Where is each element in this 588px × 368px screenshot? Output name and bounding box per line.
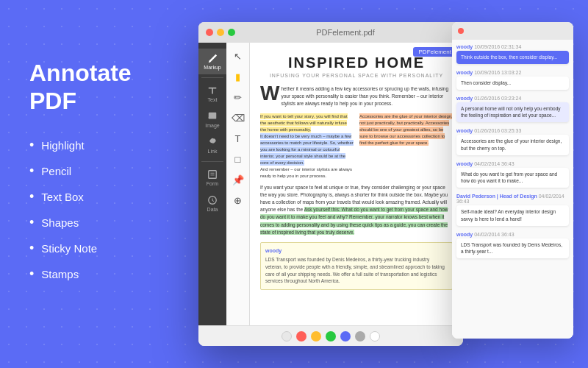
chat-bubble-5: What do you want to get from your space …: [456, 168, 569, 188]
chat-msg-meta-2: woody 10/09/2016 13:03:22: [456, 70, 569, 75]
chat-bubble-7: LDS Transport was founded by Denis Medei…: [456, 238, 569, 259]
color-toolbar: [198, 325, 463, 346]
chat-message-7: woody 04/02/2014 36:43 LDS Transport was…: [456, 232, 569, 259]
sidebar-tab-image-label: Image: [205, 123, 219, 128]
sidebar-tab-data-label: Data: [207, 207, 218, 212]
chat-panel: woody 10/09/2016 02:31:34 Think outside …: [452, 22, 573, 339]
feature-shapes: Shapes: [29, 215, 176, 230]
sticky-note-text: LDS Transport was founded by Denis Medei…: [265, 256, 448, 285]
chat-msg-meta-3: woody 01/26/2016 03:23:24: [456, 96, 569, 101]
sidebar-tab-link[interactable]: Link: [198, 132, 226, 158]
pdf-text-intro: hether it means adding a few key accesso…: [281, 86, 448, 106]
chat-message-1: woody 10/09/2016 02:31:34 Think outside …: [456, 44, 569, 64]
pdf-tag: PDFelement: [413, 47, 457, 57]
tool-sticky[interactable]: 📌: [229, 171, 247, 188]
tool-eraser[interactable]: ⌫: [229, 109, 247, 127]
chat-msg-meta-1: woody 10/09/2016 02:31:34: [456, 44, 569, 49]
chat-time-3: 01/26/2016 03:23:24: [474, 96, 521, 101]
color-none[interactable]: [282, 331, 292, 342]
feature-highlight: Highlight: [29, 138, 176, 153]
chat-msg-meta-5: woody 04/02/2014 36:43: [456, 161, 569, 166]
svg-rect-1: [209, 171, 217, 179]
pdf-window: PDFelement.pdf Markup Text Image Link: [198, 22, 463, 346]
color-red[interactable]: [296, 331, 306, 342]
sidebar-tab-data[interactable]: Data: [198, 191, 226, 216]
chat-message-4: woody 01/26/2016 03:25:33 Accessories ar…: [456, 128, 569, 155]
chat-messages[interactable]: woody 10/09/2016 02:31:34 Think outside …: [452, 40, 573, 339]
sidebar-tab-markup[interactable]: Markup: [198, 49, 226, 74]
chat-bubble-4: Accessories are the glue of your interio…: [456, 135, 569, 155]
chat-bubble-2: Then consider display...: [456, 77, 569, 90]
maximize-button[interactable]: [228, 29, 235, 36]
chat-message-3: woody 01/26/2016 03:23:24 A personal hom…: [456, 96, 569, 123]
highlight-yellow-1: If you want to tell your story, you will…: [260, 113, 348, 132]
window-controls: [206, 29, 235, 36]
tool-stamp[interactable]: ⊕: [229, 191, 247, 209]
chat-time-7: 04/02/2014 36:43: [474, 232, 514, 237]
pdf-paragraph-1: W hether it means adding a few key acces…: [260, 85, 453, 107]
chat-username-3: woody: [456, 96, 473, 101]
col-right: Accessories are the glue of your interio…: [359, 113, 453, 180]
chat-time-1: 10/09/2016 02:31:34: [474, 44, 521, 49]
sidebar-tab-form-label: Form: [207, 181, 218, 186]
chat-username-1: woody: [456, 44, 473, 49]
chat-username-5: woody: [456, 161, 473, 166]
color-yellow[interactable]: [311, 331, 321, 342]
tool-highlight[interactable]: ▮: [229, 68, 247, 85]
sidebar-tab-text-label: Text: [208, 97, 218, 102]
chat-bubble-3: A personal home will not only help you e…: [456, 102, 569, 123]
sidebar-tab-text[interactable]: Text: [198, 81, 226, 107]
drop-cap: W: [260, 85, 279, 102]
sticky-note: woody LDS Transport was founded by Denis…: [260, 242, 453, 291]
col-left: If you want to tell your story, you will…: [260, 113, 354, 180]
sidebar-divider2: [201, 161, 223, 162]
sidebar-tab-link-label: Link: [208, 149, 218, 154]
left-panel: Annotate PDF Highlight Pencil Text Box S…: [29, 59, 176, 292]
color-green[interactable]: [326, 331, 336, 342]
chat-msg-meta-6: David Pederson | Head of Design 04/02/20…: [456, 194, 569, 204]
chat-message-2: woody 10/09/2016 13:03:22 Then consider …: [456, 70, 569, 90]
highlight-blue-1: It doesn't need to be very much – maybe …: [260, 133, 354, 166]
chat-username-2: woody: [456, 70, 473, 75]
feature-list: Highlight Pencil Text Box Shapes Sticky …: [29, 138, 176, 282]
sidebar-tab-markup-label: Markup: [204, 65, 220, 70]
chat-msg-meta-4: woody 01/26/2016 03:25:33: [456, 128, 569, 133]
highlight-orange-1: Accessories are the glue of your interio…: [359, 113, 453, 146]
pdf-header: INSPIRED HOME INFUSING YOUR PERSONAL SPA…: [260, 54, 453, 78]
chat-header: [452, 22, 573, 40]
tool-select[interactable]: ↖: [229, 47, 247, 65]
close-button[interactable]: [206, 29, 213, 36]
sidebar-divider: [201, 77, 223, 78]
chat-time-4: 01/26/2016 03:25:33: [474, 128, 521, 133]
chat-bubble-6: Self-made ideal? An everyday interior de…: [456, 205, 569, 226]
sidebar: Markup Text Image Link Form Dat: [198, 43, 226, 325]
pdf-subtitle: INFUSING YOUR PERSONAL SPACE WITH PERSON…: [260, 73, 453, 78]
window-body: Markup Text Image Link Form Dat: [198, 43, 463, 325]
chat-username-7: woody: [456, 232, 473, 237]
minimize-button[interactable]: [217, 29, 224, 36]
sidebar-tab-image[interactable]: Image: [198, 107, 226, 132]
chat-header-dot: [458, 28, 464, 34]
sidebar-tab-form[interactable]: Form: [198, 165, 226, 191]
feature-stickynote: Sticky Note: [29, 241, 176, 256]
chat-msg-meta-7: woody 04/02/2014 36:43: [456, 232, 569, 237]
pdf-columns: If you want to tell your story, you will…: [260, 113, 453, 180]
tool-text[interactable]: T: [229, 130, 247, 147]
chat-username-4: woody: [456, 128, 473, 133]
color-blue[interactable]: [340, 331, 351, 342]
tool-shape[interactable]: □: [229, 150, 247, 168]
color-white[interactable]: [370, 331, 380, 342]
sticky-note-user: woody: [265, 247, 448, 255]
chat-message-6: David Pederson | Head of Design 04/02/20…: [456, 194, 569, 226]
pdf-content[interactable]: PDFelement INSPIRED HOME INFUSING YOUR P…: [250, 43, 463, 325]
window-titlebar: PDFelement.pdf: [198, 22, 463, 43]
tool-pencil[interactable]: ✏: [229, 88, 247, 106]
pdf-main-title: INSPIRED HOME: [260, 54, 453, 71]
page-title: Annotate PDF: [29, 59, 176, 116]
feature-pencil: Pencil: [29, 163, 176, 179]
pdf-text-normal-1: And remember – our interior stylists are…: [260, 167, 352, 178]
tool-sidebar: ↖ ▮ ✏ ⌫ T □ 📌 ⊕: [226, 43, 250, 325]
pdf-paragraph-mid: If you want your space to feel at unique…: [260, 184, 453, 236]
chat-bubble-1: Think outside the box, then consider dis…: [456, 51, 569, 64]
color-gray[interactable]: [355, 331, 365, 342]
